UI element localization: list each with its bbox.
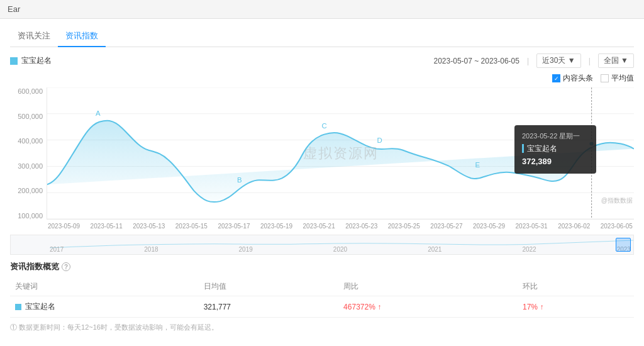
footer-note: ① 数据更新时间：每天12~16时，受数据波动影响，可能会有延迟。: [10, 323, 634, 332]
table-row: 宝宝起名 321,777 467372% 17%: [10, 296, 634, 318]
tab-news[interactable]: 资讯关注: [10, 25, 58, 47]
divider: |: [527, 57, 529, 65]
x-label-2: 2023-05-13: [133, 223, 165, 230]
tooltip-keyword-label: 宝宝起名: [527, 142, 557, 155]
legend-average[interactable]: 平均值: [601, 73, 634, 84]
row-keyword-cell: 宝宝起名: [10, 296, 199, 318]
kw-cell: 宝宝起名: [15, 301, 194, 312]
tooltip-box: 2023-05-22 星期一 宝宝起名 372,389: [514, 125, 596, 174]
monthly-change-value: 17%: [523, 303, 538, 311]
summary-table: 关键词 日均值 周比 环比 宝宝起名 321,777 4: [10, 277, 634, 318]
divider2: |: [589, 57, 591, 65]
summary-title: 资讯指数概览 ?: [10, 261, 634, 272]
mini-x-2017: 2017: [50, 246, 64, 253]
legend-content[interactable]: ✓ 内容头条: [552, 73, 593, 84]
chart-header: 宝宝起名 2023-05-07 ~ 2023-06-05 | 近30天 ▼ | …: [10, 53, 634, 68]
x-label-13: 2023-06-05: [601, 223, 633, 230]
mini-x-labels: 2017 2018 2019 2020 2021 2022 2023: [47, 246, 633, 253]
info-icon[interactable]: ?: [62, 262, 70, 271]
period-button[interactable]: 近30天 ▼: [536, 53, 581, 68]
x-label-4: 2023-05-17: [218, 223, 250, 230]
mini-range-selector[interactable]: [616, 238, 631, 252]
y-label-6: 100,000: [10, 212, 43, 220]
x-label-6: 2023-05-21: [303, 223, 335, 230]
col-keyword: 关键词: [10, 277, 199, 296]
svg-text:C: C: [321, 122, 326, 130]
chart-controls: 2023-05-07 ~ 2023-06-05 | 近30天 ▼ | 全国 ▼: [434, 53, 634, 68]
chart-wrapper: 600,000 500,000 400,000 300,000 200,000 …: [10, 87, 634, 232]
x-label-10: 2023-05-29: [473, 223, 505, 230]
tooltip-date: 2023-05-22 星期一: [522, 130, 589, 142]
y-label-3: 400,000: [10, 137, 43, 145]
row-keyword-label: 宝宝起名: [25, 301, 55, 312]
monthly-change-arrow: [540, 303, 543, 311]
mini-x-2018: 2018: [144, 246, 158, 253]
legend-average-label: 平均值: [611, 73, 634, 84]
kw-color-box: [15, 304, 21, 310]
date-range: 2023-05-07 ~ 2023-06-05: [434, 57, 519, 65]
legend-content-checkbox[interactable]: ✓: [552, 74, 560, 82]
mini-x-2021: 2021: [428, 246, 441, 253]
index-label: @指数数据: [601, 196, 633, 205]
x-label-3: 2023-05-15: [175, 223, 208, 230]
svg-text:A: A: [96, 109, 101, 117]
check-mark: ✓: [554, 75, 559, 82]
app-bar: Ear: [0, 0, 644, 19]
legend-content-label: 内容头条: [563, 73, 593, 84]
summary-title-text: 资讯指数概览: [10, 261, 59, 272]
keyword-label: 宝宝起名: [21, 55, 52, 66]
tooltip-keyword-row: 宝宝起名: [522, 142, 589, 155]
y-axis: 600,000 500,000 400,000 300,000 200,000 …: [10, 87, 47, 220]
mini-x-2020: 2020: [333, 246, 347, 253]
tabs-row: 资讯关注 资讯指数: [10, 25, 634, 47]
svg-text:E: E: [475, 162, 480, 169]
row-weekly-change: 467372%: [338, 296, 518, 318]
legend-area: ✓ 内容头条 平均值: [10, 73, 634, 84]
y-label-4: 300,000: [10, 162, 43, 170]
x-label-8: 2023-05-25: [388, 223, 420, 230]
keyword-badge: 宝宝起名: [10, 55, 52, 66]
y-label-1: 600,000: [10, 87, 43, 95]
y-label-5: 200,000: [10, 187, 43, 194]
x-label-7: 2023-05-23: [345, 223, 377, 230]
mini-x-2022: 2022: [522, 246, 536, 253]
mini-x-2019: 2019: [239, 246, 253, 253]
app-bar-title: Ear: [8, 4, 20, 14]
row-daily-avg: 321,777: [199, 296, 338, 318]
legend-average-checkbox[interactable]: [601, 74, 609, 82]
x-label-12: 2023-06-02: [558, 223, 590, 230]
x-label-0: 2023-05-09: [48, 223, 80, 230]
x-label-9: 2023-05-27: [430, 223, 462, 230]
x-label-11: 2023-05-31: [516, 223, 548, 230]
x-label-5: 2023-05-19: [260, 223, 292, 230]
mini-timeline: 2017 2018 2019 2020 2021 2022 2023: [10, 235, 634, 255]
x-axis: 2023-05-09 2023-05-11 2023-05-13 2023-05…: [47, 220, 634, 232]
svg-text:B: B: [237, 176, 242, 184]
col-monthly: 环比: [518, 277, 634, 296]
weekly-change-value: 467372%: [343, 303, 375, 311]
tab-index[interactable]: 资讯指数: [58, 25, 106, 47]
summary-section: 资讯指数概览 ? 关键词 日均值 周比 环比 宝宝起名: [10, 261, 634, 332]
table-header-row: 关键词 日均值 周比 环比: [10, 277, 634, 296]
tooltip-bar: [522, 144, 524, 153]
region-button[interactable]: 全国 ▼: [598, 53, 634, 68]
tooltip-value: 372,389: [522, 155, 589, 169]
col-daily: 日均值: [199, 277, 338, 296]
mini-timeline-inner: 2017 2018 2019 2020 2021 2022 2023: [11, 235, 633, 254]
row-monthly-change: 17%: [518, 296, 634, 318]
y-label-2: 500,000: [10, 113, 43, 120]
keyword-color-box: [10, 57, 18, 65]
col-weekly: 周比: [338, 277, 518, 296]
main-container: 资讯关注 资讯指数 宝宝起名 2023-05-07 ~ 2023-06-05 |…: [0, 19, 644, 338]
weekly-change-arrow: [377, 303, 381, 311]
x-label-1: 2023-05-11: [91, 223, 123, 230]
svg-text:D: D: [377, 137, 382, 144]
